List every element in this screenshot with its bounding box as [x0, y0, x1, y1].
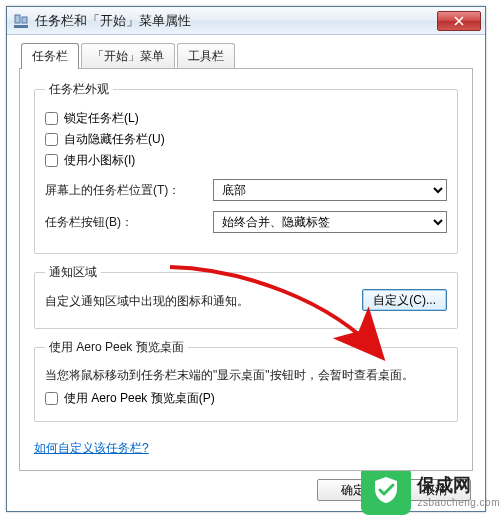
svg-rect-1: [15, 15, 20, 23]
watermark-en: zsbaocheng.com: [417, 497, 500, 508]
close-icon: [454, 16, 464, 26]
window-title: 任务栏和「开始」菜单属性: [35, 12, 437, 30]
row-buttons: 任务栏按钮(B)： 始终合并、隐藏标签: [45, 211, 447, 233]
select-buttons[interactable]: 始终合并、隐藏标签: [213, 211, 447, 233]
notification-desc: 自定义通知区域中出现的图标和通知。: [45, 293, 249, 310]
watermark-text: 保成网 zsbaocheng.com: [417, 473, 500, 508]
tab-startmenu[interactable]: 「开始」菜单: [81, 43, 175, 69]
checkbox-aero-label: 使用 Aero Peek 预览桌面(P): [64, 390, 215, 407]
group-appearance-legend: 任务栏外观: [45, 81, 113, 98]
customize-button[interactable]: 自定义(C)...: [362, 289, 447, 311]
label-buttons: 任务栏按钮(B)：: [45, 214, 213, 231]
group-appearance: 任务栏外观 锁定任务栏(L) 自动隐藏任务栏(U) 使用小图标(I) 屏幕上的任…: [34, 81, 458, 254]
close-button[interactable]: [437, 11, 481, 31]
checkbox-smallicons[interactable]: [45, 154, 58, 167]
checkbox-lock-row[interactable]: 锁定任务栏(L): [45, 110, 447, 127]
checkbox-lock-label: 锁定任务栏(L): [64, 110, 139, 127]
group-aero: 使用 Aero Peek 预览桌面 当您将鼠标移动到任务栏末端的"显示桌面"按钮…: [34, 339, 458, 422]
help-link[interactable]: 如何自定义该任务栏?: [34, 440, 149, 457]
checkbox-autohide-label: 自动隐藏任务栏(U): [64, 131, 165, 148]
checkbox-aero-row[interactable]: 使用 Aero Peek 预览桌面(P): [45, 390, 447, 407]
tab-taskbar[interactable]: 任务栏: [21, 43, 79, 69]
tabpanel-taskbar: 任务栏外观 锁定任务栏(L) 自动隐藏任务栏(U) 使用小图标(I) 屏幕上的任…: [19, 68, 473, 471]
group-aero-legend: 使用 Aero Peek 预览桌面: [45, 339, 188, 356]
group-notification: 通知区域 自定义通知区域中出现的图标和通知。 自定义(C)...: [34, 264, 458, 329]
checkbox-lock[interactable]: [45, 112, 58, 125]
titlebar[interactable]: 任务栏和「开始」菜单属性: [7, 7, 485, 35]
tabstrip: 任务栏 「开始」菜单 工具栏: [21, 43, 473, 69]
watermark-cn: 保成网: [417, 473, 500, 497]
app-icon: [13, 13, 29, 29]
watermark-badge: [361, 465, 411, 515]
shield-check-icon: [371, 475, 401, 505]
checkbox-smallicons-row[interactable]: 使用小图标(I): [45, 152, 447, 169]
row-position: 屏幕上的任务栏位置(T)： 底部: [45, 179, 447, 201]
svg-rect-2: [22, 17, 27, 23]
tab-toolbars[interactable]: 工具栏: [177, 43, 235, 69]
checkbox-autohide[interactable]: [45, 133, 58, 146]
checkbox-smallicons-label: 使用小图标(I): [64, 152, 135, 169]
checkbox-aero[interactable]: [45, 392, 58, 405]
aero-desc: 当您将鼠标移动到任务栏末端的"显示桌面"按钮时，会暂时查看桌面。: [45, 366, 447, 384]
properties-dialog: 任务栏和「开始」菜单属性 任务栏 「开始」菜单 工具栏 任务栏外观 锁定任务栏(…: [6, 6, 486, 512]
label-position: 屏幕上的任务栏位置(T)：: [45, 182, 213, 199]
client-area: 任务栏 「开始」菜单 工具栏 任务栏外观 锁定任务栏(L) 自动隐藏任务栏(U)…: [7, 35, 485, 511]
checkbox-autohide-row[interactable]: 自动隐藏任务栏(U): [45, 131, 447, 148]
svg-rect-0: [14, 25, 28, 28]
group-notification-legend: 通知区域: [45, 264, 101, 281]
select-position[interactable]: 底部: [213, 179, 447, 201]
